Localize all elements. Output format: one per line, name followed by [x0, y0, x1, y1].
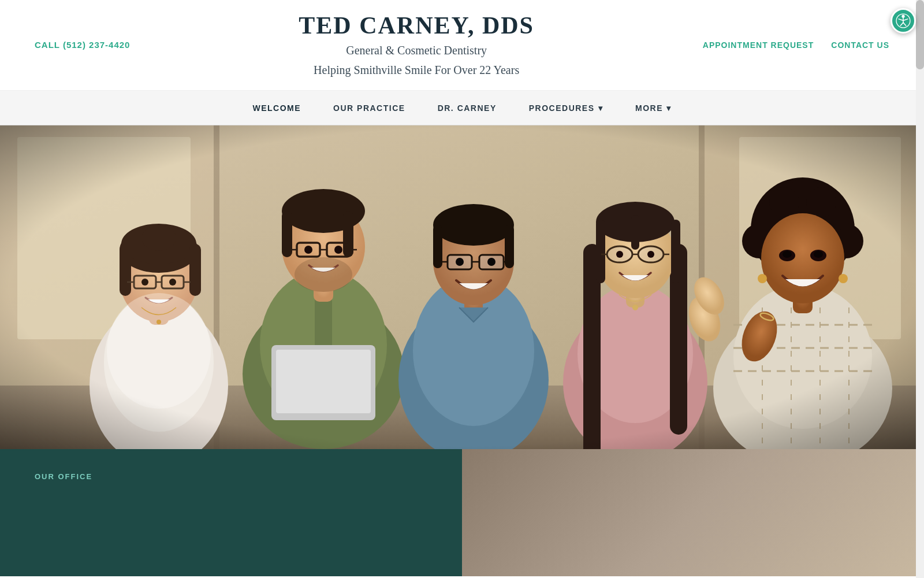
nav-item-procedures[interactable]: PROCEDURES ▾ — [513, 91, 619, 125]
nav-item-welcome[interactable]: WELCOME — [236, 91, 317, 125]
svg-line-2 — [899, 19, 903, 21]
nav-link-welcome[interactable]: WELCOME — [252, 103, 301, 113]
site-subtitle-line1: General & Cosmetic Dentistry — [130, 42, 702, 59]
svg-line-3 — [903, 19, 908, 21]
nav-dropdown-more[interactable]: MORE ▾ — [635, 103, 672, 113]
nav-link-our-practice[interactable]: OUR PRACTICE — [333, 103, 405, 113]
site-title: TED CARNEY, DDS — [130, 12, 702, 39]
scrollbar[interactable] — [916, 0, 924, 578]
svg-line-5 — [903, 23, 906, 25]
header-phone-area: CALL (512) 237-4420 — [35, 40, 130, 50]
scrollbar-thumb[interactable] — [916, 0, 924, 69]
bottom-section: OUR OFFICE — [0, 449, 924, 576]
site-header: CALL (512) 237-4420 TED CARNEY, DDS Gene… — [0, 0, 924, 91]
contact-us-link[interactable]: CONTACT US — [831, 40, 889, 50]
nav-link-dr-carney[interactable]: DR. CARNEY — [438, 103, 497, 113]
appointment-request-link[interactable]: APPOINTMENT REQUEST — [703, 40, 814, 50]
procedures-dropdown-arrow: ▾ — [598, 103, 603, 113]
our-office-label: OUR OFFICE — [35, 472, 427, 481]
nav-item-our-practice[interactable]: OUR PRACTICE — [317, 91, 422, 125]
hero-image-svg — [0, 125, 924, 449]
bottom-left-panel: OUR OFFICE — [0, 449, 462, 576]
site-subtitle-line2: Helping Smithville Smile For Over 22 Yea… — [130, 61, 702, 79]
header-links: APPOINTMENT REQUEST CONTACT US — [703, 40, 889, 50]
svg-point-0 — [901, 15, 904, 18]
accessibility-icon — [896, 13, 911, 28]
more-dropdown-arrow: ▾ — [666, 103, 672, 113]
bottom-right-panel — [462, 449, 924, 576]
svg-rect-112 — [0, 125, 924, 449]
nav-list: WELCOME OUR PRACTICE DR. CARNEY PROCEDUR… — [236, 91, 687, 125]
accessibility-button[interactable] — [891, 8, 916, 34]
nav-dropdown-procedures[interactable]: PROCEDURES ▾ — [529, 103, 603, 113]
bottom-right-image — [462, 449, 924, 576]
main-navigation: WELCOME OUR PRACTICE DR. CARNEY PROCEDUR… — [0, 91, 924, 125]
hero-section — [0, 125, 924, 449]
svg-line-4 — [900, 23, 903, 25]
nav-link-procedures[interactable]: PROCEDURES — [529, 103, 595, 113]
phone-link[interactable]: CALL (512) 237-4420 — [35, 40, 130, 50]
nav-link-more[interactable]: MORE — [635, 103, 663, 113]
nav-item-more[interactable]: MORE ▾ — [619, 91, 688, 125]
header-center: TED CARNEY, DDS General & Cosmetic Denti… — [130, 12, 702, 79]
nav-item-dr-carney[interactable]: DR. CARNEY — [422, 91, 513, 125]
